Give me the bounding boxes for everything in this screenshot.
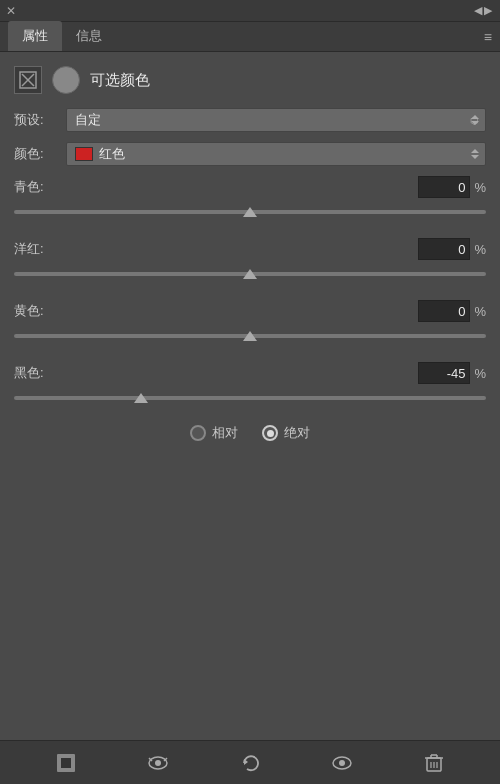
black-thumb[interactable] [134, 393, 148, 403]
black-unit: % [474, 366, 486, 381]
svg-point-10 [155, 760, 161, 766]
title-bar: ✕ ◀▶ [0, 0, 500, 22]
yellow-label: 黄色: [14, 302, 66, 320]
black-input-group: -45 % [418, 362, 486, 384]
cyan-track-bar [14, 210, 486, 214]
svg-marker-4 [471, 121, 479, 125]
tab-properties[interactable]: 属性 [8, 21, 62, 51]
svg-marker-13 [244, 759, 248, 765]
black-slider-top: 黑色: -45 % [14, 362, 486, 384]
eye-button[interactable] [326, 747, 358, 779]
radio-relative-circle [190, 425, 206, 441]
yellow-slider-row: 黄色: 0 % [14, 300, 486, 346]
yellow-thumb[interactable] [243, 331, 257, 341]
panel-icon-x[interactable] [14, 66, 42, 94]
preset-label: 预设: [14, 111, 66, 129]
magenta-value-box[interactable]: 0 [418, 238, 470, 260]
preset-arrow-icon [469, 113, 481, 127]
radio-absolute[interactable]: 绝对 [262, 424, 310, 442]
preset-row: 预设: 自定 ⬡ [14, 108, 486, 132]
svg-marker-3 [471, 115, 479, 119]
radio-relative[interactable]: 相对 [190, 424, 238, 442]
yellow-unit: % [474, 304, 486, 319]
reset-icon [239, 752, 261, 774]
radio-relative-label: 相对 [212, 424, 238, 442]
magenta-input-group: 0 % [418, 238, 486, 260]
cyan-slider-top: 青色: 0 % [14, 176, 486, 198]
reset-button[interactable] [234, 747, 266, 779]
svg-marker-6 [471, 155, 479, 159]
magenta-track[interactable] [14, 264, 486, 284]
preset-value: 自定 [75, 111, 101, 129]
magenta-unit: % [474, 242, 486, 257]
eye-lines-icon [146, 752, 170, 774]
panel-header: 可选颜色 [14, 66, 486, 94]
color-row: 颜色: 红色 [14, 142, 486, 166]
tab-info[interactable]: 信息 [62, 21, 116, 51]
magenta-label: 洋红: [14, 240, 66, 258]
tab-bar: 属性 信息 ≡ [0, 22, 500, 52]
panel-title: 可选颜色 [90, 71, 150, 90]
eye-lines-button[interactable] [142, 747, 174, 779]
color-value: 红色 [99, 145, 125, 163]
sliders-section: 青色: 0 % 洋红: 0 [14, 176, 486, 408]
svg-marker-5 [471, 149, 479, 153]
yellow-slider-top: 黄色: 0 % [14, 300, 486, 322]
preset-dropdown[interactable]: 自定 ⬡ [66, 108, 486, 132]
tabs-menu-icon[interactable]: ≡ [484, 29, 492, 45]
cyan-thumb[interactable] [243, 207, 257, 217]
black-value-box[interactable]: -45 [418, 362, 470, 384]
cyan-input-group: 0 % [418, 176, 486, 198]
mask-icon [55, 752, 77, 774]
title-bar-left: ✕ [6, 4, 16, 18]
cyan-value-box[interactable]: 0 [418, 176, 470, 198]
magenta-thumb[interactable] [243, 269, 257, 279]
color-label: 颜色: [14, 145, 66, 163]
yellow-value-box[interactable]: 0 [418, 300, 470, 322]
yellow-input-group: 0 % [418, 300, 486, 322]
cyan-label: 青色: [14, 178, 66, 196]
cyan-unit: % [474, 180, 486, 195]
yellow-track-bar [14, 334, 486, 338]
cyan-slider-row: 青色: 0 % [14, 176, 486, 222]
black-label: 黑色: [14, 364, 66, 382]
delete-button[interactable] [418, 747, 450, 779]
magenta-track-bar [14, 272, 486, 276]
magenta-slider-top: 洋红: 0 % [14, 238, 486, 260]
black-slider-row: 黑色: -45 % [14, 362, 486, 408]
color-arrow-icon [469, 147, 481, 161]
svg-rect-8 [61, 758, 71, 768]
radio-absolute-circle [262, 425, 278, 441]
black-track[interactable] [14, 388, 486, 408]
mask-button[interactable] [50, 747, 82, 779]
eye-icon [331, 752, 353, 774]
main-content: 可选颜色 预设: 自定 ⬡ 颜色: 红色 青色: [0, 52, 500, 512]
bottom-toolbar [0, 740, 500, 784]
radio-absolute-label: 绝对 [284, 424, 310, 442]
radio-row: 相对 绝对 [14, 424, 486, 442]
magenta-slider-row: 洋红: 0 % [14, 238, 486, 284]
close-button[interactable]: ✕ [6, 4, 16, 18]
trash-icon [424, 752, 444, 774]
black-track-bar [14, 396, 486, 400]
x-icon [18, 70, 38, 90]
color-swatch [75, 147, 93, 161]
cyan-track[interactable] [14, 202, 486, 222]
panel-icon-circle[interactable] [52, 66, 80, 94]
svg-point-15 [339, 760, 345, 766]
title-bar-expand[interactable]: ◀▶ [474, 4, 494, 17]
color-dropdown[interactable]: 红色 [66, 142, 486, 166]
yellow-track[interactable] [14, 326, 486, 346]
